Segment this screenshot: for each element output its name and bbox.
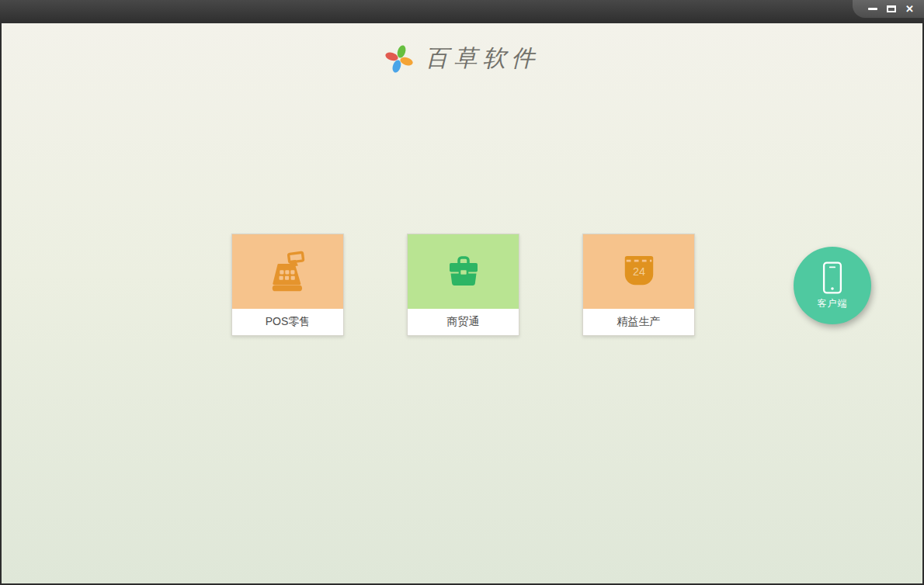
cash-register-icon	[266, 251, 311, 292]
minimize-button[interactable]	[865, 2, 880, 16]
main-content: 百草软件 POS零售	[2, 23, 922, 583]
pinwheel-logo-icon	[384, 44, 414, 74]
minimize-icon	[868, 8, 877, 10]
calendar-day: 24	[633, 265, 645, 278]
smartphone-icon	[822, 261, 843, 295]
maximize-icon	[887, 5, 896, 12]
window-controls: ✕	[853, 0, 924, 18]
product-card-label: 商贸通	[408, 309, 519, 335]
close-icon: ✕	[905, 4, 914, 14]
client-button-label: 客户端	[818, 297, 848, 310]
app-header: 百草软件	[2, 23, 922, 74]
card-icon-area	[232, 234, 343, 309]
card-icon-area: 24	[583, 234, 694, 309]
briefcase-icon	[444, 252, 483, 291]
product-card-label: POS零售	[232, 309, 343, 335]
close-button[interactable]: ✕	[902, 2, 917, 16]
app-title: 百草软件	[426, 43, 540, 74]
product-card-pos[interactable]: POS零售	[231, 234, 344, 336]
product-card-label: 精益生产	[583, 309, 694, 335]
maximize-button[interactable]	[884, 2, 898, 16]
product-card-trade[interactable]: 商贸通	[407, 234, 519, 336]
title-bar: ✕	[0, 0, 924, 23]
card-icon-area	[408, 234, 519, 309]
client-button[interactable]: 客户端	[794, 247, 871, 324]
calendar-icon: 24	[620, 254, 658, 289]
product-card-lean[interactable]: 24 精益生产	[582, 234, 695, 336]
